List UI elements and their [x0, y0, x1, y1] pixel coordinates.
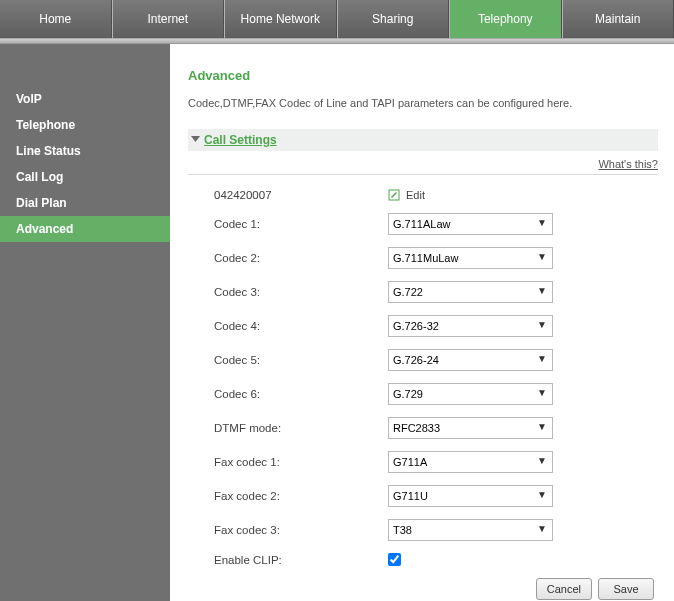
codec1-label: Codec 1: — [188, 218, 388, 230]
dtmf-select[interactable]: RFC2833 — [388, 417, 553, 439]
cancel-button[interactable]: Cancel — [536, 578, 592, 600]
topnav-tab-telephony[interactable]: Telephony — [449, 0, 562, 38]
fax3-select[interactable]: T38 — [388, 519, 553, 541]
clip-row: Enable CLIP: — [188, 553, 658, 566]
codec3-row: Codec 3: G.722 — [188, 281, 658, 303]
topnav-tab-label: Home Network — [241, 12, 320, 26]
topnav-tab-label: Home — [39, 12, 71, 26]
sidebar-item-label: VoIP — [16, 92, 42, 106]
page-container: VoIP Telephone Line Status Call Log Dial… — [0, 44, 674, 601]
codec2-label: Codec 2: — [188, 252, 388, 264]
topnav-tab-label: Maintain — [595, 12, 640, 26]
page-title: Advanced — [188, 68, 658, 83]
help-bar: What's this? — [188, 153, 658, 175]
sidebar-item-telephone[interactable]: Telephone — [0, 112, 170, 138]
page-description: Codec,DTMF,FAX Codec of Line and TAPI pa… — [188, 97, 658, 109]
sidebar-item-label: Call Log — [16, 170, 63, 184]
clip-checkbox[interactable] — [388, 553, 401, 566]
codec3-label: Codec 3: — [188, 286, 388, 298]
topnav-tab-home-network[interactable]: Home Network — [224, 0, 337, 38]
sidebar-item-label: Dial Plan — [16, 196, 67, 210]
codec5-row: Codec 5: G.726-24 — [188, 349, 658, 371]
edit-label: Edit — [406, 189, 425, 201]
codec6-label: Codec 6: — [188, 388, 388, 400]
topnav-tab-label: Telephony — [478, 12, 533, 26]
codec3-select[interactable]: G.722 — [388, 281, 553, 303]
sidebar-item-advanced[interactable]: Advanced — [0, 216, 170, 242]
codec5-label: Codec 5: — [188, 354, 388, 366]
codec6-row: Codec 6: G.729 — [188, 383, 658, 405]
codec2-select[interactable]: G.711MuLaw — [388, 247, 553, 269]
line-id-row: 042420007 Edit — [188, 189, 658, 201]
line-id: 042420007 — [188, 189, 388, 201]
svg-marker-0 — [191, 136, 200, 142]
fax2-label: Fax codec 2: — [188, 490, 388, 502]
codec4-label: Codec 4: — [188, 320, 388, 332]
topnav-tab-home[interactable]: Home — [0, 0, 112, 38]
section-header[interactable]: Call Settings — [188, 129, 658, 151]
clip-label: Enable CLIP: — [188, 554, 388, 566]
edit-link[interactable]: Edit — [388, 189, 425, 201]
fax1-row: Fax codec 1: G711A — [188, 451, 658, 473]
help-link[interactable]: What's this? — [598, 158, 658, 170]
codec2-row: Codec 2: G.711MuLaw — [188, 247, 658, 269]
fax2-row: Fax codec 2: G711U — [188, 485, 658, 507]
main-panel: Advanced Codec,DTMF,FAX Codec of Line an… — [170, 44, 674, 601]
topnav-tab-label: Internet — [147, 12, 188, 26]
sidebar-item-label: Advanced — [16, 222, 73, 236]
fax3-label: Fax codec 3: — [188, 524, 388, 536]
codec1-row: Codec 1: G.711ALaw — [188, 213, 658, 235]
sidebar: VoIP Telephone Line Status Call Log Dial… — [0, 44, 170, 601]
section-title: Call Settings — [204, 133, 277, 147]
edit-icon — [388, 189, 400, 201]
save-button[interactable]: Save — [598, 578, 654, 600]
collapse-icon — [190, 135, 200, 145]
dtmf-row: DTMF mode: RFC2833 — [188, 417, 658, 439]
sidebar-item-label: Line Status — [16, 144, 81, 158]
fax1-select[interactable]: G711A — [388, 451, 553, 473]
sidebar-item-line-status[interactable]: Line Status — [0, 138, 170, 164]
codec1-select[interactable]: G.711ALaw — [388, 213, 553, 235]
fax2-select[interactable]: G711U — [388, 485, 553, 507]
sidebar-item-dial-plan[interactable]: Dial Plan — [0, 190, 170, 216]
dtmf-label: DTMF mode: — [188, 422, 388, 434]
codec4-row: Codec 4: G.726-32 — [188, 315, 658, 337]
topnav-tab-label: Sharing — [372, 12, 413, 26]
topnav-tab-maintain[interactable]: Maintain — [562, 0, 675, 38]
codec4-select[interactable]: G.726-32 — [388, 315, 553, 337]
topnav-tab-sharing[interactable]: Sharing — [337, 0, 450, 38]
sidebar-item-label: Telephone — [16, 118, 75, 132]
sidebar-item-call-log[interactable]: Call Log — [0, 164, 170, 190]
fax1-label: Fax codec 1: — [188, 456, 388, 468]
codec6-select[interactable]: G.729 — [388, 383, 553, 405]
fax3-row: Fax codec 3: T38 — [188, 519, 658, 541]
sidebar-item-voip[interactable]: VoIP — [0, 86, 170, 112]
topnav-tab-internet[interactable]: Internet — [112, 0, 225, 38]
top-navigation: Home Internet Home Network Sharing Telep… — [0, 0, 674, 39]
codec5-select[interactable]: G.726-24 — [388, 349, 553, 371]
button-bar: Cancel Save — [188, 578, 658, 600]
